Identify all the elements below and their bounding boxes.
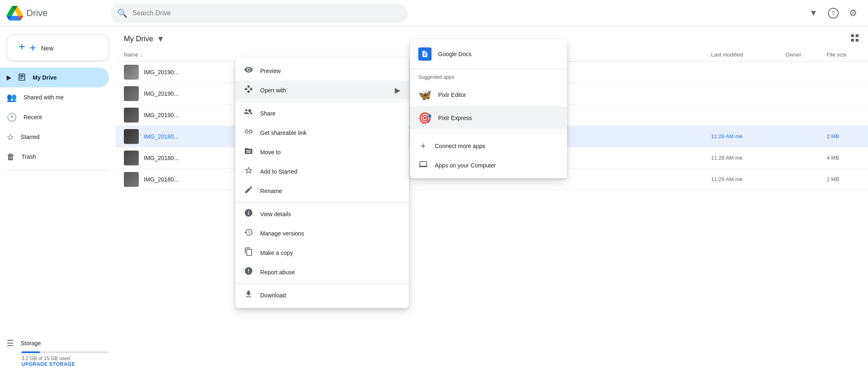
menu-label-get-link: Get shareable link bbox=[260, 130, 401, 136]
menu-item-get-link[interactable]: Get shareable link bbox=[235, 123, 409, 142]
menu-item-open-with[interactable]: Open with ▶ bbox=[235, 80, 409, 100]
menu-label-manage-versions: Manage versions bbox=[260, 230, 401, 237]
submenu-suggested-title: Suggested apps bbox=[410, 73, 567, 83]
move-icon bbox=[244, 146, 254, 158]
link-icon bbox=[244, 127, 254, 138]
context-menu: Preview Open with ▶ Share Get shareable … bbox=[235, 58, 409, 308]
submenu-arrow-icon: ▶ bbox=[395, 86, 401, 95]
rename-icon bbox=[244, 185, 254, 196]
star-outline-icon bbox=[244, 166, 254, 177]
menu-item-view-details[interactable]: View details bbox=[235, 204, 409, 224]
menu-item-make-copy[interactable]: Make a copy bbox=[235, 243, 409, 262]
plus-circle-icon: + bbox=[418, 141, 428, 151]
submenu-item-google-docs[interactable]: Google Docs bbox=[410, 42, 567, 66]
submenu-item-pixlr-editor[interactable]: 🦋 Pixlr Editor bbox=[410, 83, 567, 106]
eye-icon bbox=[244, 65, 254, 76]
report-icon bbox=[244, 266, 254, 278]
info-icon bbox=[244, 208, 254, 219]
open-with-icon bbox=[244, 85, 254, 96]
submenu-google-docs-label: Google Docs bbox=[438, 51, 472, 57]
submenu-action-connect-apps[interactable]: + Connect more apps bbox=[410, 137, 567, 156]
open-with-submenu: Google Docs Suggested apps 🦋 Pixlr Edito… bbox=[410, 39, 567, 178]
pixlr-editor-icon: 🦋 bbox=[418, 88, 432, 101]
menu-item-rename[interactable]: Rename bbox=[235, 181, 409, 200]
menu-label-share: Share bbox=[260, 110, 401, 117]
share-icon bbox=[244, 108, 254, 119]
menu-label-view-details: View details bbox=[260, 211, 401, 217]
submenu-pixlr-express-label: Pixlr Express bbox=[438, 115, 472, 121]
menu-item-add-starred[interactable]: Add to Starred bbox=[235, 162, 409, 181]
submenu-divider-2 bbox=[410, 133, 567, 133]
menu-label-open-with: Open with bbox=[260, 87, 388, 94]
menu-label-move-to: Move to bbox=[260, 149, 401, 156]
menu-item-download[interactable]: Download bbox=[235, 285, 409, 305]
menu-label-rename: Rename bbox=[260, 188, 401, 194]
menu-item-report-abuse[interactable]: Report abuse bbox=[235, 262, 409, 282]
menu-item-share[interactable]: Share bbox=[235, 104, 409, 123]
menu-item-manage-versions[interactable]: Manage versions bbox=[235, 224, 409, 243]
computer-icon bbox=[418, 160, 428, 171]
menu-label-preview: Preview bbox=[260, 68, 401, 74]
submenu-connect-apps-label: Connect more apps bbox=[435, 143, 485, 149]
menu-label-report-abuse: Report abuse bbox=[260, 269, 401, 276]
submenu-item-pixlr-express[interactable]: 🎯 Pixlr Express bbox=[410, 106, 567, 130]
menu-item-move-to[interactable]: Move to bbox=[235, 142, 409, 162]
menu-divider-2 bbox=[235, 202, 409, 203]
google-docs-icon bbox=[418, 47, 432, 61]
submenu-divider-1 bbox=[410, 69, 567, 69]
menu-label-add-starred: Add to Starred bbox=[260, 168, 401, 175]
versions-icon bbox=[244, 228, 254, 239]
download-icon bbox=[244, 290, 254, 301]
submenu-pixlr-editor-label: Pixlr Editor bbox=[438, 92, 466, 98]
menu-item-preview[interactable]: Preview bbox=[235, 61, 409, 80]
copy-icon bbox=[244, 247, 254, 258]
menu-divider-1 bbox=[235, 101, 409, 102]
menu-label-download: Download bbox=[260, 292, 401, 299]
submenu-computer-apps-label: Apps on your Computer bbox=[435, 162, 496, 169]
menu-label-make-copy: Make a copy bbox=[260, 250, 401, 256]
submenu-action-computer-apps[interactable]: Apps on your Computer bbox=[410, 156, 567, 175]
pixlr-express-icon: 🎯 bbox=[418, 111, 432, 125]
menu-divider-3 bbox=[235, 283, 409, 284]
